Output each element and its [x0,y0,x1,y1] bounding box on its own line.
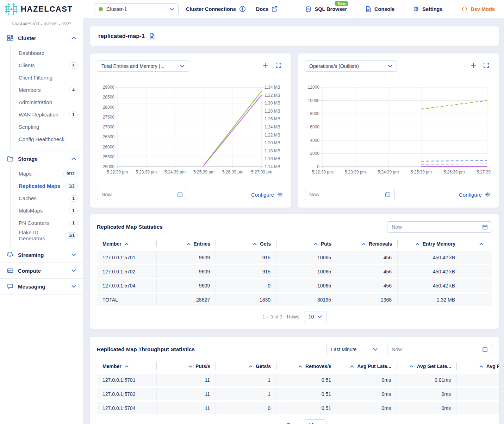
sidebar-item-multimaps[interactable]: MultiMaps1 [11,204,83,217]
add-chart-icon[interactable] [263,62,269,68]
metric-select[interactable]: Total Entries and Memory (... [97,61,189,72]
svg-text:5:25:39 pm: 5:25:39 pm [193,170,214,175]
cluster-select[interactable]: Cluster-1 [94,3,179,15]
pagination-rows-label: Rows [287,422,299,424]
sidebar-item-maps[interactable]: Maps9/12 [11,167,83,180]
sidebar-section-header-messaging[interactable]: Messaging [0,279,83,294]
svg-text:1.18 MB: 1.18 MB [265,148,280,153]
sidebar-item-clients[interactable]: Clients4 [11,59,83,71]
table-header-row: MemberPuts/sGets/sRemoves/sAvg Put Late.… [97,361,499,374]
fullscreen-icon[interactable] [483,62,489,68]
sidebar-item-wan-replication[interactable]: WAN Replication1 [11,108,83,121]
table-cell [457,388,499,400]
column-header[interactable]: Member [97,238,157,251]
sidebar-section-header-storage[interactable]: Storage [0,151,83,166]
column-header[interactable]: Puts/s [157,361,216,374]
external-link-icon [272,6,278,12]
section-label: Messaging [18,284,66,290]
table-row: 127.0.0.1:57021110.510ms0ms [97,388,499,400]
svg-text:1.34 MB: 1.34 MB [265,85,280,90]
column-header[interactable]: Entries [157,238,216,251]
column-header[interactable]: Avg Put Late... [337,361,397,374]
sidebar-section-messaging: Messaging [0,279,83,295]
dev-mode-button[interactable]: Dev Mode [452,0,504,18]
column-header[interactable] [461,238,492,251]
page-size-select[interactable]: 10 [304,419,326,424]
sidebar-item-administration[interactable]: Administration [11,96,83,108]
svg-text:29000: 29000 [103,85,115,90]
sidebar-item-pn-counters[interactable]: PN Counters1 [11,217,83,229]
cloud-icon [7,252,13,258]
sort-caret-icon [479,243,483,245]
column-label: Puts/s [195,363,210,369]
column-header[interactable]: Member [97,361,157,374]
column-header[interactable]: Removes/s [276,361,337,374]
pagination: 1 – 3 of 3 Rows 10 [97,308,492,325]
sidebar-item-dashboard[interactable]: Dashboard [11,47,83,59]
time-picker[interactable]: Now [387,221,492,233]
sidebar-item-scripting[interactable]: Scripting [11,121,83,133]
table-cell: 915 [216,251,276,264]
interval-select[interactable]: Last Minute [326,344,382,355]
column-header[interactable]: Gets/s [216,361,276,374]
configure-link[interactable]: Configure [459,192,491,198]
sql-browser-button[interactable]: New SQL Browser [296,0,356,18]
column-header[interactable]: Avg Get Late... [397,361,457,374]
table-cell: 0.01ms [397,374,457,386]
table-cell: 915 [216,265,276,278]
console-label: Console [374,6,394,12]
sort-caret-icon [253,243,257,245]
sidebar-section-header-compute[interactable]: Compute [0,263,83,278]
time-picker[interactable]: Now [305,189,395,200]
sidebar: 5.0-SNAPSHOT - 10/09/21 - 05:27 ClusterD… [0,18,83,424]
sort-caret-icon [479,365,483,368]
charts-row: Total Entries and Memory (... 1.34 MB1.3… [90,53,499,208]
section-label: Compute [18,268,66,274]
sidebar-item-members[interactable]: Members4 [11,84,83,96]
add-chart-icon[interactable] [471,62,477,68]
svg-text:25500: 25500 [103,154,115,159]
table-cell: 10065 [276,251,337,264]
sidebar-section-streaming: Streaming [0,247,83,263]
configure-link[interactable]: Configure [251,192,283,198]
version-label: 5.0-SNAPSHOT - 10/09/21 - 05:27 [0,18,83,30]
docs-link[interactable]: Docs [256,6,278,12]
sort-caret-icon [314,243,318,245]
fullscreen-icon[interactable] [275,62,281,68]
svg-text:1.14 MB: 1.14 MB [265,164,280,169]
sidebar-section-header-cluster[interactable]: Cluster [0,30,83,46]
console-button[interactable]: Console [356,0,404,18]
svg-text:12000: 12000 [308,85,320,90]
chevron-down-icon [317,315,322,318]
column-header[interactable]: Avg Rem [457,361,499,374]
column-header[interactable]: Removals [337,238,398,251]
sidebar-item-flake-id-generators[interactable]: Flake ID Generators1/1 [11,229,83,241]
table-cell [461,279,492,292]
metric-select[interactable]: Operations/s (Outliers) [305,61,397,72]
page-size-value: 10 [309,314,314,319]
time-picker[interactable]: Now [387,344,492,355]
hazelcast-logo[interactable]: HAZELCAST [0,3,83,15]
column-label: Avg Rem [486,363,499,369]
column-header[interactable]: Puts [276,238,337,251]
cluster-connections-link[interactable]: Cluster Connections [186,6,246,12]
svg-text:5:26:39 pm: 5:26:39 pm [443,170,465,175]
settings-button[interactable]: Settings [404,0,452,18]
map-config-file-icon[interactable] [149,33,155,39]
sidebar-items: Maps9/12Replicated Maps1/2Caches1MultiMa… [10,166,83,247]
svg-text:25000: 25000 [103,164,115,169]
column-header[interactable]: Gets [216,238,276,251]
table-cell: 10065 [276,265,337,278]
sidebar-item-replicated-maps[interactable]: Replicated Maps1/2 [11,180,83,192]
sidebar-item-client-filtering[interactable]: Client Filtering [11,71,83,84]
chevron-down-icon [70,285,77,288]
sidebar-item-caches[interactable]: Caches1 [11,192,83,204]
page-size-select[interactable]: 10 [304,311,326,322]
sidebar-item-config-healthcheck[interactable]: Config Healthcheck [11,133,83,145]
sidebar-item-label: PN Counters [19,220,49,226]
time-picker[interactable]: Now [97,189,187,200]
table-cell: 456 [337,265,398,278]
sidebar-section-header-streaming[interactable]: Streaming [0,247,83,262]
table-cell: 450.42 kB [398,279,461,292]
column-header[interactable]: Entry Memory [398,238,461,251]
